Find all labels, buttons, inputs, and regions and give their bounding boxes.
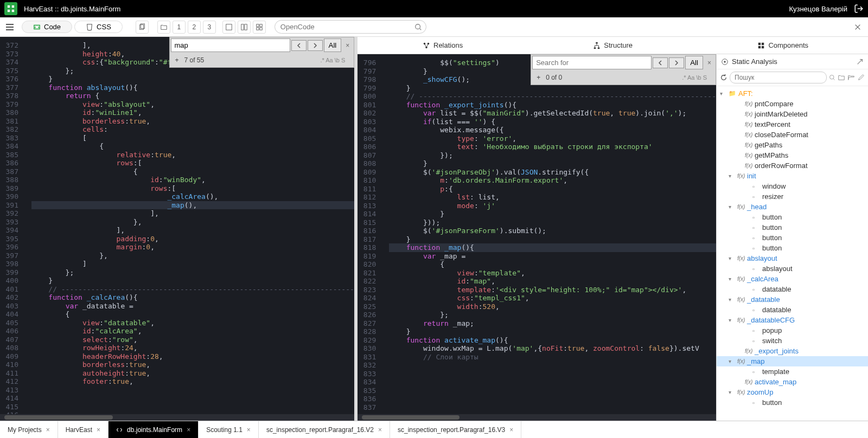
num-3-button[interactable]: 3 (203, 21, 216, 34)
logout-icon[interactable] (854, 4, 864, 14)
close-icon[interactable]: × (509, 426, 513, 434)
opencode-input[interactable] (275, 20, 426, 34)
layout-2-icon[interactable] (238, 21, 251, 34)
tree-item[interactable]: ▾f(x)_datatable (717, 294, 868, 305)
tree-item[interactable]: ▾f(x)_map (717, 356, 868, 366)
close-icon[interactable]: × (46, 426, 50, 434)
find-next-left[interactable] (308, 40, 323, 51)
tree-item[interactable]: ▾f(x)_datatableCFG (717, 315, 868, 325)
search-mini-icon[interactable] (829, 74, 835, 81)
tab-relations[interactable]: Relations (358, 38, 528, 53)
edit-icon[interactable] (857, 74, 865, 81)
tree-item[interactable]: ▫button (717, 397, 868, 408)
tree-item[interactable]: ▫popup (717, 325, 868, 336)
tree-item[interactable]: ▾f(x)abslayout (717, 253, 868, 263)
folder-open-icon[interactable] (847, 74, 855, 81)
tree-item[interactable]: ▾f(x)_head (717, 202, 868, 212)
tree-item[interactable]: ▾f(x)init (717, 171, 868, 181)
tree-item[interactable]: f(x)jointMarkDeleted (717, 109, 868, 119)
hamburger-icon[interactable] (4, 22, 15, 33)
find-all-left[interactable]: All (324, 38, 342, 52)
svg-line-25 (426, 43, 429, 47)
close-icon[interactable]: × (97, 426, 100, 434)
tree-item[interactable]: f(x)getPaths (717, 140, 868, 150)
find-prev-right[interactable] (653, 57, 668, 68)
tab-structure[interactable]: Structure (528, 38, 698, 53)
find-opts-left[interactable]: .* Aa \b S (320, 57, 348, 63)
close-panel-icon[interactable] (852, 21, 864, 33)
find-close-right[interactable]: × (704, 58, 714, 68)
tree-item[interactable]: ▫button (717, 243, 868, 253)
tab-css[interactable]: CSS (74, 21, 123, 33)
find-plus-right[interactable]: + (537, 74, 540, 81)
tab-css-label: CSS (97, 23, 111, 31)
tree-item[interactable]: f(x)pntCompare (717, 99, 868, 109)
bottom-tab[interactable]: HarvEast× (58, 421, 108, 438)
tree-item[interactable]: ▫datatable (717, 284, 868, 294)
svg-rect-36 (762, 46, 764, 48)
tree-item[interactable]: ▾f(x)_calcArea (717, 274, 868, 284)
right-pane: Relations Structure Components (358, 37, 868, 421)
svg-line-39 (858, 59, 863, 64)
tab-components[interactable]: Components (698, 38, 868, 53)
close-icon[interactable]: × (247, 426, 251, 434)
find-plus-left[interactable]: + (175, 56, 179, 64)
editor-right: All × + 0 of 0 .* Aa \b S 796 797 798 79… (358, 54, 716, 421)
static-tree[interactable]: ▾📁AFT:f(x)pntComparef(x)jointMarkDeleted… (717, 86, 868, 421)
find-input-left[interactable] (171, 38, 290, 52)
code-area-right[interactable]: 796 797 798 799 800 801 802 803 804 805 … (358, 54, 716, 414)
tree-item[interactable]: f(x)_export_joints (717, 346, 868, 356)
layout-3-icon[interactable] (253, 21, 266, 34)
tree-item[interactable]: f(x)textPercent (717, 119, 868, 130)
code-content-right[interactable]: $$("settings") } _showCFG(); } // ------… (380, 54, 716, 414)
find-next-right[interactable] (669, 57, 684, 68)
tree-item[interactable]: f(x)orderRowFormat (717, 160, 868, 171)
tree-root[interactable]: ▾📁AFT: (717, 88, 868, 99)
tree-item[interactable]: ▫switch (717, 336, 868, 346)
folder-icon-toolbar[interactable] (157, 21, 170, 34)
find-input-right[interactable] (532, 56, 652, 69)
tree-item[interactable]: ▫template (717, 366, 868, 377)
layout-1-icon[interactable] (222, 21, 235, 34)
find-opts-right[interactable]: .* Aa \b S (682, 74, 710, 81)
tree-item[interactable]: ▫abslayout (717, 263, 868, 274)
search-icon[interactable] (414, 23, 422, 31)
tree-item[interactable]: ▫window (717, 181, 868, 191)
find-prev-left[interactable] (291, 40, 307, 51)
find-close-left[interactable]: × (342, 41, 353, 50)
static-search-input[interactable] (730, 72, 827, 83)
tree-item[interactable]: ▫button (717, 222, 868, 233)
code-content-left[interactable]: ], height:40, css:{"background":"#f5f5f5… (23, 37, 354, 414)
static-expand-icon[interactable] (856, 58, 864, 66)
find-all-right[interactable]: All (685, 56, 703, 69)
tree-item[interactable]: f(x)closeDateFormat (717, 130, 868, 140)
relations-icon (423, 42, 430, 49)
close-icon[interactable]: × (378, 426, 382, 434)
bottom-tab[interactable]: Scouting 1.1× (199, 421, 259, 438)
tree-item[interactable]: ▫datatable (717, 305, 868, 315)
tree-item[interactable]: f(x)activate_map (717, 377, 868, 387)
refresh-icon[interactable] (720, 74, 727, 81)
tree-item[interactable]: ▫button (717, 233, 868, 243)
bottom-tab[interactable]: sc_inspection_report.Paragraf_16.V3× (390, 421, 521, 438)
svg-point-38 (724, 61, 726, 63)
svg-rect-35 (758, 46, 761, 48)
bottom-tab[interactable]: My Projects× (0, 421, 58, 438)
bottom-tab[interactable]: sc_inspection_report.Paragraf_16.V2× (259, 421, 390, 438)
hscroll-left[interactable] (0, 414, 354, 421)
num-1-button[interactable]: 1 (173, 21, 186, 34)
close-icon[interactable]: × (187, 426, 190, 434)
num-2-button[interactable]: 2 (188, 21, 201, 34)
tab-code[interactable]: Code (22, 21, 72, 33)
hscroll-right[interactable] (358, 414, 716, 421)
svg-rect-10 (226, 24, 232, 30)
tree-item[interactable]: ▾f(x)zoomUp (717, 387, 868, 397)
code-area-left[interactable]: 372 373 374 375 376 377 378 379 380 381 … (0, 37, 354, 414)
bottom-tab[interactable]: db.joints.MainForm× (108, 421, 199, 438)
copy-icon[interactable] (136, 21, 149, 34)
app-icon[interactable] (4, 2, 17, 15)
tree-item[interactable]: f(x)getMPaths (717, 150, 868, 160)
tree-item[interactable]: ▫button (717, 212, 868, 222)
tree-item[interactable]: ▫resizer (717, 191, 868, 202)
folder-closed-icon[interactable] (838, 74, 845, 81)
